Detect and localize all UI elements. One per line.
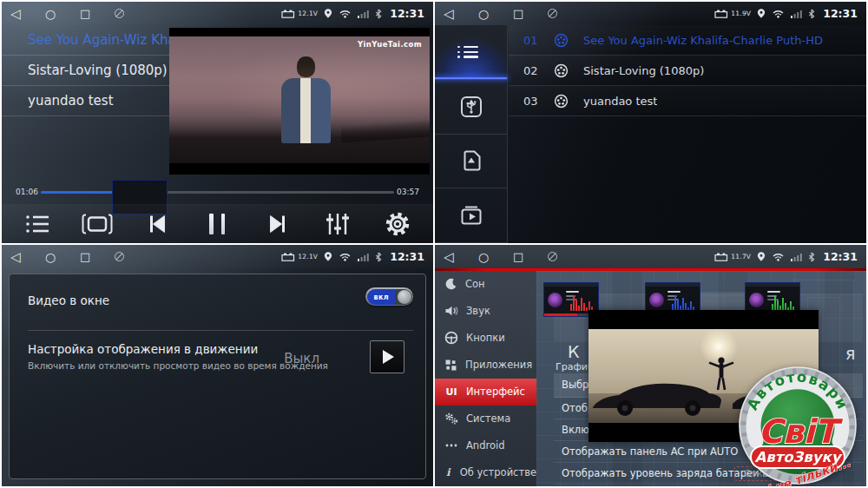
- sidebar-item-sdcard[interactable]: [435, 135, 507, 189]
- settings-gear-button[interactable]: [378, 207, 417, 241]
- back-button[interactable]: ◁: [444, 249, 478, 265]
- battery-voltage: 11.7V: [731, 253, 751, 260]
- menu-label: Интерфейс: [466, 386, 525, 398]
- sidebar-item-video-files[interactable]: [435, 188, 507, 243]
- clock: 12:31: [390, 250, 424, 263]
- track-title: See You Again-Wiz Khalifa-Charlie Puth-H…: [583, 34, 823, 47]
- home-button[interactable]: ○: [478, 7, 513, 21]
- recents-button[interactable]: □: [513, 250, 548, 263]
- toggle-knob: [398, 290, 411, 304]
- film-reel-icon: [554, 94, 583, 109]
- recents-button[interactable]: □: [513, 7, 548, 20]
- setting-value: Выкл: [284, 351, 319, 366]
- moon-icon: [444, 278, 457, 291]
- sidebar-item-usb[interactable]: [435, 80, 507, 135]
- menu-item-sleep[interactable]: Сон: [435, 271, 536, 298]
- playlist-item[interactable]: See You Again-Wiz Kha...: [2, 25, 169, 56]
- aspect-scale-button[interactable]: [78, 207, 116, 241]
- signal-icon: [791, 10, 802, 18]
- seek-bar[interactable]: [41, 191, 394, 194]
- menu-item-android[interactable]: Android: [435, 432, 536, 459]
- video-folder-icon: [460, 204, 483, 227]
- menu-label: Android: [466, 439, 504, 452]
- watermark: YinYueTai.com: [358, 40, 422, 49]
- wifi-icon: [339, 252, 352, 261]
- status-bar: ◁ ○ □ 11.9V 12:31: [435, 2, 866, 25]
- menu-item-buttons[interactable]: Кнопки: [435, 325, 536, 352]
- file-row[interactable]: 03 yuandao test: [509, 86, 866, 116]
- track-number: 01: [509, 34, 554, 47]
- duration-time: 03:57: [397, 188, 419, 196]
- battery-voltage: 11.9V: [731, 10, 751, 17]
- elapsed-time: 01:06: [16, 188, 38, 196]
- bluetooth-icon: [808, 252, 815, 262]
- back-button[interactable]: ◁: [444, 6, 478, 22]
- menu-label: Об устройстве: [460, 466, 536, 478]
- battery-icon: 11.9V: [714, 10, 751, 18]
- video-surface[interactable]: YinYueTai.com: [169, 28, 430, 175]
- recents-button[interactable]: □: [80, 250, 115, 263]
- back-button[interactable]: ◁: [10, 6, 45, 22]
- playlist-item[interactable]: yuandao test: [2, 86, 169, 116]
- red-accent-line: [435, 268, 866, 271]
- dots-icon: [444, 443, 458, 448]
- next-button[interactable]: [259, 207, 297, 241]
- list-icon: [464, 43, 478, 62]
- svit-avtozvuku-logo: Автотовари СвіТ АвтоЗвуку і не тільки...: [737, 365, 858, 486]
- settings-panel: Видео в окне вкл Настройка отображения в…: [9, 274, 426, 479]
- sidebar-item-playlist[interactable]: [435, 25, 507, 80]
- expand-play-button[interactable]: [370, 340, 404, 373]
- bluetooth-icon: [808, 9, 815, 19]
- track-number: 02: [509, 64, 554, 77]
- menu-item-interface[interactable]: UI Интерфейс: [435, 379, 536, 406]
- video-scene: YinYueTai.com: [169, 36, 430, 163]
- menu-label: Система: [466, 412, 510, 425]
- equalizer-button[interactable]: [319, 207, 357, 241]
- divider: [28, 330, 413, 331]
- file-row[interactable]: 02 Sistar-Loving (1080p): [509, 56, 866, 86]
- logo-main-text: СвіТ: [759, 412, 844, 451]
- battery-icon: 11.7V: [714, 253, 751, 261]
- signal-icon: [358, 253, 369, 261]
- home-button[interactable]: ○: [45, 250, 80, 264]
- apps-grid-icon: [444, 359, 457, 372]
- playlist-item[interactable]: Sistar-Loving (1080p): [2, 56, 169, 86]
- menu-label: Кнопки: [466, 332, 505, 344]
- previous-button[interactable]: [138, 207, 176, 241]
- quadrant-video-player: ◁ ○ □ 12.1V 12:31 See You Again-Wiz Kha.…: [2, 2, 433, 243]
- battery-icon: 12.1V: [281, 253, 318, 261]
- back-button[interactable]: ◁: [10, 249, 45, 265]
- ui-icon: UI: [444, 386, 458, 398]
- battery-voltage: 12.1V: [298, 253, 318, 260]
- wifi-icon: [772, 252, 785, 261]
- mute-icon: [548, 248, 570, 265]
- settings-menu: Сон Звук Кнопки Приложения UI Интерфейс …: [435, 271, 536, 487]
- bluetooth-icon: [375, 252, 382, 262]
- track-title: Sistar-Loving (1080p): [583, 64, 704, 77]
- menu-item-apps[interactable]: Приложения: [435, 352, 536, 379]
- file-row[interactable]: 01 See You Again-Wiz Khalifa-Charlie Put…: [509, 25, 866, 56]
- menu-item-about[interactable]: i Об устройстве: [435, 459, 536, 486]
- recents-button[interactable]: □: [80, 7, 115, 20]
- clock: 12:31: [823, 7, 858, 20]
- row-label: Отображать панель AC при AUTO: [562, 445, 738, 458]
- location-icon: [324, 8, 332, 19]
- singer-silhouette: [276, 56, 337, 163]
- clock: 12:31: [390, 7, 424, 20]
- pause-button[interactable]: [198, 207, 236, 241]
- playlist-button[interactable]: [18, 207, 56, 241]
- home-button[interactable]: ○: [45, 7, 80, 21]
- video-in-window-toggle[interactable]: вкл: [365, 287, 413, 306]
- pause-icon: [209, 214, 225, 234]
- location-icon: [757, 251, 766, 262]
- status-bar: ◁ ○ □ 11.7V 12:31: [435, 245, 866, 268]
- status-bar: ◁ ○ □ 12.1V 12:31: [2, 2, 433, 25]
- mute-icon: [548, 5, 570, 22]
- menu-item-system[interactable]: Система: [435, 406, 536, 432]
- theme-name-partial: я: [845, 344, 855, 363]
- seek-row: 01:06 03:57: [2, 181, 433, 203]
- home-button[interactable]: ○: [478, 250, 513, 264]
- quadrant-media-browser: ◁ ○ □ 11.9V 12:31: [435, 2, 866, 243]
- menu-item-sound[interactable]: Звук: [435, 298, 536, 325]
- film-reel-icon: [554, 63, 583, 78]
